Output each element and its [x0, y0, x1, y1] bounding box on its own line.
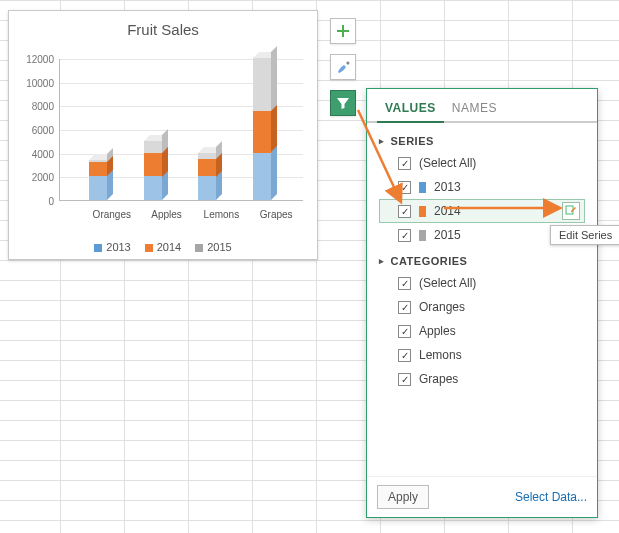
- legend-label: 2013: [106, 241, 130, 253]
- section-header-series[interactable]: ▸ SERIES: [379, 127, 585, 151]
- chart-filter-button[interactable]: [330, 90, 356, 116]
- funnel-icon: [335, 95, 351, 111]
- y-axis-tick: 0: [20, 196, 54, 207]
- bar-segment[interactable]: [198, 159, 216, 177]
- section-header-categories[interactable]: ▸ CATEGORIES: [379, 247, 585, 271]
- plot-area: 120001000080006000400020000OrangesApples…: [59, 59, 303, 201]
- checkbox[interactable]: ✓: [398, 205, 411, 218]
- edit-icon: [565, 205, 577, 217]
- bar-segment[interactable]: [144, 176, 162, 200]
- filter-row[interactable]: ✓2013: [379, 175, 585, 199]
- filter-row-label: (Select All): [419, 156, 580, 170]
- bar-segment[interactable]: [89, 162, 107, 176]
- plus-icon: [335, 23, 351, 39]
- tab-values[interactable]: VALUES: [377, 95, 444, 123]
- chart-legend: 201320142015: [9, 241, 317, 253]
- filter-row-label: Apples: [419, 324, 580, 338]
- bar-segment[interactable]: [253, 111, 271, 152]
- filter-row[interactable]: ✓Grapes: [379, 367, 585, 391]
- y-axis-tick: 10000: [20, 77, 54, 88]
- y-axis-tick: 12000: [20, 54, 54, 65]
- filter-row[interactable]: ✓Apples: [379, 319, 585, 343]
- caret-down-icon: ▸: [379, 256, 385, 266]
- checkbox[interactable]: ✓: [398, 301, 411, 314]
- filter-row-label: (Select All): [419, 276, 580, 290]
- chart-plus-button[interactable]: [330, 18, 356, 44]
- checkbox[interactable]: ✓: [398, 373, 411, 386]
- filter-row-label: Lemons: [419, 348, 580, 362]
- checkbox[interactable]: ✓: [398, 325, 411, 338]
- series-swatch-icon: [419, 182, 426, 193]
- tooltip-edit-series: Edit Series: [550, 225, 619, 245]
- filter-row-label: 2013: [434, 180, 580, 194]
- section-header-series-label: SERIES: [391, 135, 434, 147]
- x-axis-label: Apples: [137, 209, 197, 220]
- legend-swatch-icon: [195, 244, 203, 252]
- checkbox[interactable]: ✓: [398, 277, 411, 290]
- bar-segment[interactable]: [89, 176, 107, 200]
- bar-segment[interactable]: [198, 153, 216, 159]
- chart-title: Fruit Sales: [9, 11, 317, 40]
- apply-button[interactable]: Apply: [377, 485, 429, 509]
- legend-swatch-icon: [145, 244, 153, 252]
- legend-swatch-icon: [94, 244, 102, 252]
- legend-item[interactable]: 2014: [145, 241, 181, 253]
- edit-series-button[interactable]: [562, 202, 580, 220]
- filter-row-label: Oranges: [419, 300, 580, 314]
- brush-icon: [335, 59, 351, 75]
- chart-brush-button[interactable]: [330, 54, 356, 80]
- x-axis-label: Grapes: [246, 209, 306, 220]
- checkbox[interactable]: ✓: [398, 229, 411, 242]
- y-axis-tick: 8000: [20, 101, 54, 112]
- filter-row-label: Grapes: [419, 372, 580, 386]
- x-axis-label: Lemons: [191, 209, 251, 220]
- checkbox[interactable]: ✓: [398, 349, 411, 362]
- filter-row[interactable]: ✓(Select All): [379, 151, 585, 175]
- filter-row-label: 2014: [434, 204, 554, 218]
- x-axis-label: Oranges: [82, 209, 142, 220]
- bar-segment[interactable]: [253, 58, 271, 111]
- filter-row[interactable]: ✓(Select All): [379, 271, 585, 295]
- select-data-link[interactable]: Select Data...: [515, 490, 587, 504]
- bar-segment[interactable]: [144, 153, 162, 177]
- filter-row[interactable]: ✓Lemons: [379, 343, 585, 367]
- bar-segment[interactable]: [144, 141, 162, 153]
- filter-row[interactable]: ✓Oranges: [379, 295, 585, 319]
- chart-container[interactable]: Fruit Sales 120001000080006000400020000O…: [8, 10, 318, 260]
- bar-segment[interactable]: [198, 176, 216, 200]
- legend-item[interactable]: 2015: [195, 241, 231, 253]
- svg-rect-0: [566, 206, 573, 214]
- tab-names[interactable]: NAMES: [444, 95, 505, 123]
- bar-segment[interactable]: [89, 160, 107, 162]
- caret-down-icon: ▸: [379, 136, 385, 146]
- legend-item[interactable]: 2013: [94, 241, 130, 253]
- legend-label: 2015: [207, 241, 231, 253]
- y-axis-tick: 4000: [20, 148, 54, 159]
- y-axis-tick: 2000: [20, 172, 54, 183]
- filter-row[interactable]: ✓2014: [379, 199, 585, 223]
- bar-segment[interactable]: [253, 153, 271, 200]
- section-header-categories-label: CATEGORIES: [391, 255, 468, 267]
- series-swatch-icon: [419, 230, 426, 241]
- legend-label: 2014: [157, 241, 181, 253]
- chart-filter-panel: VALUES NAMES ▸ SERIES ✓(Select All)✓2013…: [366, 88, 598, 518]
- y-axis-tick: 6000: [20, 125, 54, 136]
- checkbox[interactable]: ✓: [398, 181, 411, 194]
- checkbox[interactable]: ✓: [398, 157, 411, 170]
- series-swatch-icon: [419, 206, 426, 217]
